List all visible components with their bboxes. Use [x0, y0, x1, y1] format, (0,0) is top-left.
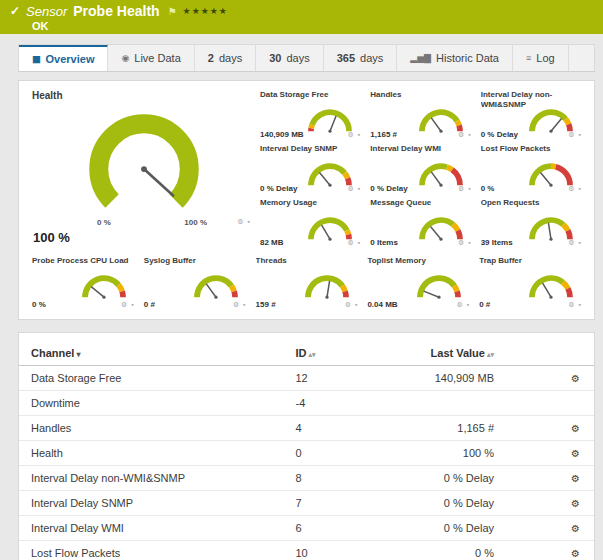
tab-historic-data[interactable]: ▂▅▇ Historic Data	[397, 45, 513, 71]
channel-settings-gear-icon[interactable]: ⚙	[571, 498, 580, 509]
col-header-settings	[502, 341, 594, 366]
cell-channel: Interval Delay WMI	[19, 516, 284, 541]
gear-icon[interactable]: ⚙	[121, 301, 128, 308]
tab-2-days[interactable]: 2 days	[195, 45, 256, 71]
pin-icon[interactable]: ▪	[579, 239, 582, 246]
pin-icon[interactable]: ▪	[355, 301, 358, 308]
sort-both-icon[interactable]: ▴▾	[487, 351, 494, 358]
table-row-data-storage-free[interactable]: Data Storage Free 12 140,909 MB ⚙	[19, 366, 594, 391]
cell-id: -4	[284, 391, 365, 416]
gauge-value: 0 #	[144, 300, 155, 309]
sensor-header: ✓ Sensor Probe Health ⚑ ★★★★★ OK	[0, 0, 603, 34]
gear-icon[interactable]: ⚙	[348, 185, 355, 192]
gear-icon[interactable]: ⚙	[568, 131, 575, 138]
tab-30-days[interactable]: 30 days	[256, 45, 324, 71]
channel-settings-gear-icon[interactable]: ⚙	[571, 523, 580, 534]
tab-overview[interactable]: ▦ Overview	[19, 45, 108, 71]
gauge-value: 0 Items	[370, 238, 398, 247]
col-label: Last Value	[431, 347, 485, 359]
gauge-icons: ⚙ ▪	[458, 131, 472, 139]
gauge-tile-health: Health 0 % 100 % ⚙ ▪ 100 %	[27, 87, 255, 249]
gear-icon[interactable]: ⚙	[345, 301, 352, 308]
threads-gauge	[295, 268, 359, 301]
gear-icon[interactable]: ⚙	[568, 301, 575, 308]
pin-icon[interactable]: ▪	[248, 218, 251, 225]
sort-desc-icon[interactable]: ▾	[76, 350, 80, 359]
pin-icon[interactable]: ▪	[579, 131, 582, 138]
pin-icon[interactable]: ▪	[468, 185, 471, 192]
pin-icon[interactable]: ▪	[467, 301, 470, 308]
gear-icon[interactable]: ⚙	[237, 218, 244, 225]
cell-channel: Interval Delay non-WMI&SNMP	[19, 466, 284, 491]
pin-icon[interactable]: ▪	[243, 301, 246, 308]
sensor-status: OK	[32, 20, 593, 32]
table-row-interval-delay-snmp[interactable]: Interval Delay SNMP 7 0 % Delay ⚙	[19, 491, 594, 516]
cell-last-value: 100 %	[364, 441, 502, 466]
cell-last-value: 0 %	[364, 541, 502, 560]
tab-365-days[interactable]: 365 days	[324, 45, 398, 71]
gauge-value: 159 #	[256, 300, 276, 309]
gauge-value: 0 %	[32, 300, 46, 309]
col-header-last-value[interactable]: Last Value▴▾	[364, 341, 502, 366]
pin-icon[interactable]: ▪	[358, 185, 361, 192]
pin-icon[interactable]: ▪	[131, 301, 134, 308]
gear-icon[interactable]: ⚙	[348, 239, 355, 246]
gauge-tile-lost-flow-packets: Lost Flow Packets 0 %⚙ ▪	[476, 141, 586, 195]
sort-both-icon[interactable]: ▴▾	[309, 351, 316, 358]
gauge-title: Syslog Buffer	[144, 256, 246, 266]
gear-icon[interactable]: ⚙	[456, 301, 463, 308]
table-row-interval-delay-wmi[interactable]: Interval Delay WMI 6 0 % Delay ⚙	[19, 516, 594, 541]
tab-num: 30	[269, 52, 281, 64]
channel-settings-gear-icon[interactable]: ⚙	[571, 423, 580, 434]
tab-label: days	[219, 52, 242, 64]
table-row-lost-flow-packets[interactable]: Lost Flow Packets 10 0 % ⚙	[19, 541, 594, 560]
gear-icon[interactable]: ⚙	[458, 185, 465, 192]
gauge-icons: ⚙ ▪	[568, 131, 582, 139]
gear-icon[interactable]: ⚙	[458, 239, 465, 246]
gauge-title: Message Queue	[370, 198, 470, 208]
sensor-kind-label: Sensor	[26, 4, 67, 19]
gauge-tile-handles: Handles 1,165 #⚙ ▪	[365, 87, 475, 141]
gear-icon[interactable]: ⚙	[568, 185, 575, 192]
gear-icon[interactable]: ⚙	[458, 131, 465, 138]
tab-label: Live Data	[134, 52, 180, 64]
gear-icon[interactable]: ⚙	[348, 131, 355, 138]
gauge-tile-probe-process-cpu-load: Probe Process CPU Load 0 %⚙ ▪	[27, 253, 139, 311]
gauge-title: Probe Process CPU Load	[32, 256, 134, 266]
pin-icon[interactable]: ▪	[358, 131, 361, 138]
gear-icon[interactable]: ⚙	[568, 239, 575, 246]
table-row-health[interactable]: Health 0 100 % ⚙	[19, 441, 594, 466]
channel-settings-gear-icon[interactable]: ⚙	[571, 448, 580, 459]
gauge-title: Trap Buffer	[479, 256, 581, 266]
pin-icon[interactable]: ▪	[358, 239, 361, 246]
sensor-name: Probe Health	[73, 3, 159, 19]
pin-icon[interactable]: ▪	[468, 239, 471, 246]
channel-settings-gear-icon[interactable]: ⚙	[571, 548, 580, 559]
table-row-handles[interactable]: Handles 4 1,165 # ⚙	[19, 416, 594, 441]
tab-log[interactable]: ≡ Log	[513, 45, 569, 71]
flag-icon[interactable]: ⚑	[168, 6, 177, 17]
gear-icon[interactable]: ⚙	[233, 301, 240, 308]
gauge-min-label: 0 %	[97, 218, 111, 227]
cell-id: 12	[284, 366, 365, 391]
gauge-value: 0 % Delay	[370, 184, 407, 193]
gauge-icons: ⚙ ▪	[348, 239, 362, 247]
trap-buffer-gauge	[519, 268, 583, 301]
channel-settings-gear-icon[interactable]: ⚙	[571, 373, 580, 384]
channel-settings-gear-icon[interactable]: ⚙	[571, 473, 580, 484]
cell-id: 0	[284, 441, 365, 466]
pin-icon[interactable]: ▪	[579, 301, 582, 308]
pin-icon[interactable]: ▪	[468, 131, 471, 138]
cell-channel: Interval Delay SNMP	[19, 491, 284, 516]
gauge-value: 1,165 #	[370, 130, 397, 139]
table-row-interval-delay-non-wmi-snmp[interactable]: Interval Delay non-WMI&SNMP 8 0 % Delay …	[19, 466, 594, 491]
pin-icon[interactable]: ▪	[579, 185, 582, 192]
col-header-channel[interactable]: Channel▾	[19, 341, 284, 366]
gauge-title: Lost Flow Packets	[481, 144, 581, 154]
col-header-id[interactable]: ID▴▾	[284, 341, 365, 366]
table-row-downtime[interactable]: Downtime -4	[19, 391, 594, 416]
health-gauge	[71, 99, 217, 234]
cell-channel: Data Storage Free	[19, 366, 284, 391]
priority-stars[interactable]: ★★★★★	[183, 6, 228, 16]
tab-live-data[interactable]: ◉ Live Data	[108, 45, 194, 71]
